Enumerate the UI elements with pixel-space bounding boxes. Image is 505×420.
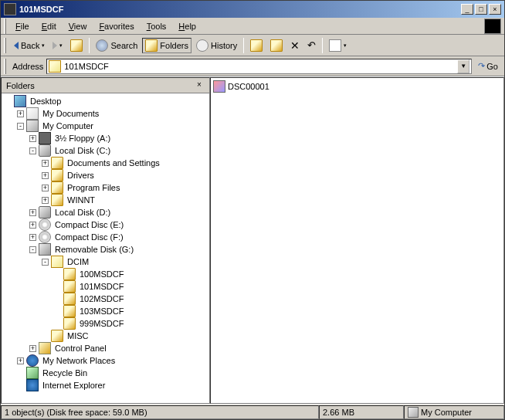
addressbar: Address 101MSDCF ▼ ↷ Go [1,56,504,76]
content-pane[interactable]: DSC00001 [210,77,504,404]
tree-expand-icon[interactable]: + [29,135,36,142]
tree-collapse-icon[interactable]: - [29,246,36,253]
tree-node[interactable]: 100MSDCF [3,268,208,280]
toolbar: Back ▾ ▾ Search Folders History ✕ ↶ [1,35,504,56]
menubar: FileEditViewFavoritesToolsHelp [1,18,504,35]
titlebar[interactable]: 101MSDCF _ □ × [1,1,504,18]
tree-node[interactable]: -DCIM [3,256,208,268]
tree-node[interactable]: +Drivers [3,169,208,181]
file-item[interactable]: DSC00001 [212,80,502,93]
status-computer-icon [408,407,419,418]
tree-node[interactable]: -Local Disk (C:) [3,144,208,157]
tree-label: Local Disk (C:) [53,146,112,155]
tree-label: 103MSDCF [78,307,125,316]
tree-expand-icon[interactable]: + [42,197,49,204]
folder-icon [63,305,76,317]
tree-label: Desktop [29,97,63,106]
tree-node[interactable]: MISC [3,330,208,342]
tree-collapse-icon[interactable]: - [42,259,49,266]
go-button[interactable]: ↷ Go [475,59,501,73]
folder-open-icon [51,256,63,268]
history-label: History [211,41,237,50]
toolbar-handle[interactable] [4,38,6,53]
tree-expand-icon[interactable]: + [42,172,49,179]
forward-button[interactable]: ▾ [49,40,66,51]
menubar-handle[interactable] [4,19,6,34]
copyto-icon [270,39,283,52]
tree-node[interactable]: Internet Explorer [3,379,208,391]
folder-icon [51,157,63,169]
tree-expand-icon[interactable]: + [17,357,24,364]
tree-expand-icon[interactable]: + [17,110,24,117]
moveto-button[interactable] [247,38,266,53]
views-button[interactable]: ▾ [326,38,350,53]
tree-node[interactable]: +My Network Places [3,354,208,367]
folder-icon [51,330,63,342]
tree-node[interactable]: +Control Panel [3,342,208,354]
tree-node[interactable]: 103MSDCF [3,305,208,317]
tree-expand-icon[interactable]: + [29,234,36,241]
tree-expand-icon[interactable]: + [42,185,49,191]
menu-favorites[interactable]: Favorites [93,20,140,32]
folders-button[interactable]: Folders [142,38,191,53]
forward-arrow-icon [53,42,57,49]
tree-node[interactable]: Recycle Bin [3,367,208,379]
folder-icon [63,317,76,330]
go-label: Go [486,62,498,71]
tree-node[interactable]: +My Documents [3,107,208,120]
tree-label: 100MSDCF [78,269,125,279]
tree-expand-icon[interactable]: + [29,222,36,229]
menu-help[interactable]: Help [172,20,202,32]
image-file-icon [213,80,225,93]
tree-expand-icon[interactable]: + [42,160,49,167]
tree-label: My Network Places [41,356,117,365]
tree-node[interactable]: +Documents and Settings [3,157,208,169]
tree-expand-icon[interactable]: + [29,345,36,352]
tree-collapse-icon[interactable]: - [17,123,24,130]
desktop-icon [14,95,26,107]
tree-node[interactable]: 102MSDCF [3,293,208,305]
tree-node[interactable]: +Local Disk (D:) [3,206,208,218]
tree-node[interactable]: 999MSDCF [3,317,208,330]
undo-button[interactable]: ↶ [304,38,319,52]
tree-node[interactable]: +Program Files [3,181,208,194]
network-icon [26,354,39,367]
tree-node[interactable]: Desktop [3,95,208,107]
tree-label: Compact Disc (F:) [53,232,125,242]
tree-node[interactable]: -My Computer [3,120,208,132]
folders-pane-header: Folders × [2,78,209,93]
tree-expand-icon[interactable]: + [29,209,36,216]
tree-label: MISC [66,331,90,340]
menu-file[interactable]: File [9,20,36,32]
folders-icon [145,39,158,52]
delete-button[interactable]: ✕ [287,38,303,53]
folder-icon [63,268,76,280]
minimize-button[interactable]: _ [461,4,473,15]
address-dropdown-button[interactable]: ▼ [457,59,469,73]
tree-node[interactable]: 101MSDCF [3,280,208,293]
tree-node[interactable]: +3½ Floppy (A:) [3,132,208,144]
tree-node[interactable]: -Removable Disk (G:) [3,243,208,256]
menu-edit[interactable]: Edit [36,20,63,32]
drive-icon [39,144,51,157]
address-input[interactable]: 101MSDCF ▼ [46,59,472,74]
folder-icon [51,169,63,181]
folders-pane-close-button[interactable]: × [194,80,205,91]
up-button[interactable] [67,38,86,53]
folder-tree[interactable]: Desktop+My Documents-My Computer+3½ Flop… [2,93,209,403]
history-button[interactable]: History [193,38,240,53]
tree-node[interactable]: +Compact Disc (F:) [3,231,208,243]
search-button[interactable]: Search [93,38,141,53]
back-button[interactable]: Back ▾ [11,39,48,52]
maximize-button[interactable]: □ [475,4,487,15]
addressbar-handle[interactable] [4,59,6,74]
file-label: DSC00001 [228,82,269,91]
cpanel-icon [39,342,51,354]
tree-node[interactable]: +Compact Disc (E:) [3,218,208,231]
menu-view[interactable]: View [63,20,93,32]
tree-collapse-icon[interactable]: - [29,147,36,154]
copyto-button[interactable] [267,38,286,53]
tree-node[interactable]: +WINNT [3,194,208,206]
menu-tools[interactable]: Tools [141,20,173,32]
close-button[interactable]: × [489,4,501,15]
